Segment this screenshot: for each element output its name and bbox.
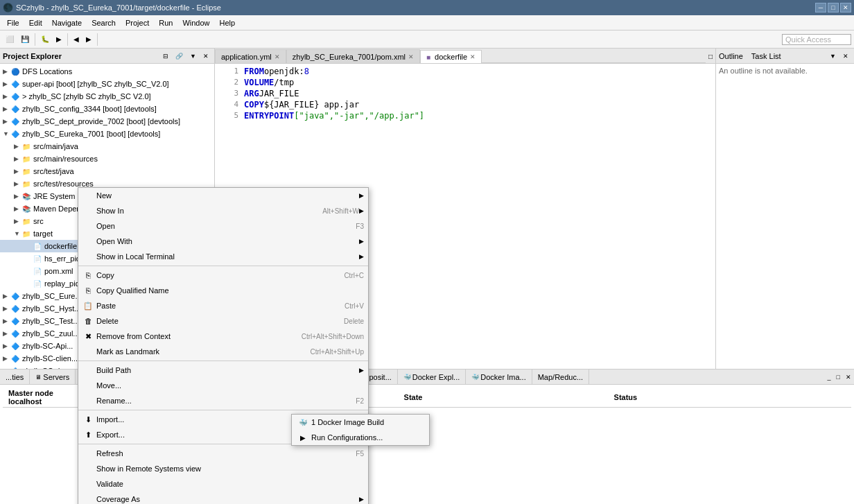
project-icon-9: 🔷 <box>10 328 21 339</box>
tree-item-src-test-java[interactable]: ▶ 📁 src/test/java <box>0 165 214 177</box>
rename-icon <box>82 395 94 406</box>
ctx-show-remote[interactable]: Show in Remote Systems view <box>78 461 368 476</box>
ctx-move[interactable]: Move... <box>78 378 368 393</box>
menu-project[interactable]: Project <box>121 17 153 28</box>
tree-item-super-api[interactable]: ▶ 🔷 super-api [boot] [zhylb_SC zhylb_SC_… <box>0 78 214 90</box>
toolbar-new-button[interactable]: ⬜ <box>3 33 17 46</box>
coverage-icon <box>82 494 94 504</box>
project-icon-4: 🔷 <box>10 116 21 127</box>
ctx-open-with[interactable]: Open With ▶ <box>78 234 368 249</box>
tab-servers[interactable]: 🖥Servers <box>30 370 76 385</box>
ctx-refresh[interactable]: Refresh F5 <box>78 446 368 461</box>
close-button[interactable]: ✕ <box>840 3 851 12</box>
show-in-icon <box>82 205 94 216</box>
outline-close-button[interactable]: ✕ <box>840 51 851 62</box>
tree-item-src-main-java[interactable]: ▶ 📁 src/main/java <box>0 140 214 153</box>
tree-item-dept[interactable]: ▶ 🔷 zhylb_SC_dept_provide_7002 [boot] [d… <box>0 115 214 128</box>
tab-pom-xml[interactable]: zhylb_SC_Eureka_7001/pom.xml ✕ <box>286 49 420 63</box>
quick-access-input[interactable]: Quick Access <box>782 34 851 45</box>
bottom-maximize-button[interactable]: □ <box>834 371 843 383</box>
project-icon-10: 🔷 <box>10 340 21 351</box>
ctx-new[interactable]: New ▶ <box>78 188 368 203</box>
explorer-toolbar: ⊟ 🔗 ▼ ✕ <box>160 51 211 62</box>
maximize-button[interactable]: □ <box>828 3 839 12</box>
menu-window[interactable]: Window <box>178 17 214 28</box>
outline-menu-button[interactable]: ▼ <box>827 51 839 62</box>
tab-label-3: dockerfile <box>435 53 467 61</box>
outline-header: Outline Task List ▼ ✕ <box>716 49 854 64</box>
tree-item-src-main-res[interactable]: ▶ 📁 src/main/resources <box>0 153 214 165</box>
tab-docker-explore[interactable]: 🐳Docker Expl... <box>398 370 466 385</box>
tab-close-2[interactable]: ✕ <box>408 53 414 60</box>
build-path-icon <box>82 365 94 376</box>
ctx-copy[interactable]: ⎘ Copy Ctrl+C <box>78 268 368 283</box>
bottom-minimize-button[interactable]: _ <box>825 371 834 383</box>
tab-close-1[interactable]: ✕ <box>274 53 280 60</box>
ctx-coverage-as[interactable]: Coverage As ▶ <box>78 492 368 504</box>
toolbar-save-button[interactable]: 💾 <box>18 33 32 46</box>
tab-dockerfile[interactable]: ■ dockerfile ✕ <box>420 50 482 64</box>
run-config-icon: ▶ <box>297 432 308 443</box>
folder-icon-5: 📁 <box>21 216 32 227</box>
toolbar-back-button[interactable]: ◀ <box>71 33 82 46</box>
title-bar-buttons[interactable]: ─ □ ✕ <box>815 3 851 12</box>
code-line-2: 2 VOLUME /tmp <box>218 78 713 89</box>
explorer-menu-button[interactable]: ▼ <box>187 51 199 62</box>
ctx-validate[interactable]: Validate <box>78 476 368 492</box>
code-line-4: 4 COPY ${JAR_FILE} app.jar <box>218 100 713 111</box>
explorer-collapse-button[interactable]: ⊟ <box>160 51 171 62</box>
tab-docker-image[interactable]: 🐳Docker Ima... <box>466 370 532 385</box>
window-title: SCzhylb - zhylb_SC_Eureka_7001/target/do… <box>16 3 221 12</box>
tab-close-3[interactable]: ✕ <box>470 53 476 60</box>
col-state: State <box>399 388 609 408</box>
menu-search[interactable]: Search <box>87 17 120 28</box>
folder-icon-1: 📁 <box>21 141 32 152</box>
menu-run[interactable]: Run <box>155 17 177 28</box>
tab-map-reduce[interactable]: Map/Reduc... <box>532 370 589 385</box>
toolbar-debug-button[interactable]: 🐛 <box>38 33 52 46</box>
folder-icon-3: 📁 <box>21 166 32 177</box>
menu-edit[interactable]: Edit <box>25 17 46 28</box>
tree-item-eureka[interactable]: ▼ 🔷 zhylb_SC_Eureka_7001 [boot] [devtool… <box>0 128 214 140</box>
project-icon-7: 🔷 <box>10 303 21 314</box>
dockerfile-tab-icon: ■ <box>426 53 430 61</box>
tree-item-config[interactable]: ▶ 🔷 zhylb_SC_config_3344 [boot] [devtool… <box>0 103 214 115</box>
tree-item-dfs[interactable]: ▶ 🔵 DFS Locations <box>0 65 214 78</box>
open-with-icon <box>82 236 94 247</box>
col-status: Status <box>609 388 851 408</box>
explorer-link-button[interactable]: 🔗 <box>173 51 186 62</box>
ctx-delete[interactable]: 🗑 Delete Delete <box>78 313 368 329</box>
validate-icon <box>82 478 94 489</box>
menu-navigate[interactable]: Navigate <box>48 17 86 28</box>
tab-properties[interactable]: ...ties <box>0 370 30 385</box>
project-icon-3: 🔷 <box>10 103 21 114</box>
bottom-close-button[interactable]: ✕ <box>843 371 854 383</box>
toolbar-forward-button[interactable]: ▶ <box>83 33 94 46</box>
move-icon <box>82 380 94 391</box>
ctx-copy-qualified[interactable]: ⎘ Copy Qualified Name <box>78 283 368 298</box>
ctx-rename[interactable]: Rename... F2 <box>78 393 368 408</box>
menu-help[interactable]: Help <box>216 17 240 28</box>
menu-file[interactable]: File <box>3 17 24 28</box>
title-bar-left: 🌑 SCzhylb - zhylb_SC_Eureka_7001/target/… <box>3 3 221 12</box>
editor-maximize-button[interactable]: □ <box>706 49 715 63</box>
ctx-show-terminal[interactable]: Show in Local Terminal ▶ <box>78 249 368 264</box>
context-menu: New ▶ Show In Alt+Shift+W ▶ Open F3 Open… <box>78 187 369 504</box>
explorer-close-button[interactable]: ✕ <box>200 51 211 62</box>
ctx-build-path[interactable]: Build Path ▶ <box>78 363 368 378</box>
toolbar-run-button[interactable]: ▶ <box>53 33 64 46</box>
ctx-remove-context[interactable]: ✖ Remove from Context Ctrl+Alt+Shift+Dow… <box>78 329 368 344</box>
submenu-docker-build[interactable]: 🐳 1 Docker Image Build <box>292 415 429 430</box>
ctx-show-in[interactable]: Show In Alt+Shift+W ▶ <box>78 203 368 218</box>
ctx-open[interactable]: Open F3 <box>78 218 368 234</box>
ctx-paste[interactable]: 📋 Paste Ctrl+V <box>78 298 368 313</box>
tab-label-1: application.yml <box>221 53 272 61</box>
tree-item-zhylb-sc[interactable]: ▶ 🔷 > zhylb_SC [zhylb SC zhylb_SC V2.0] <box>0 90 214 103</box>
run-as-submenu: 🐳 1 Docker Image Build ▶ Run Configurati… <box>291 414 430 446</box>
refresh-icon <box>82 448 94 459</box>
tab-application-yml[interactable]: application.yml ✕ <box>215 49 286 63</box>
minimize-button[interactable]: ─ <box>815 3 826 12</box>
ctx-landmark[interactable]: Mark as Landmark Ctrl+Alt+Shift+Up <box>78 344 368 359</box>
submenu-run-config[interactable]: ▶ Run Configurations... <box>292 430 429 445</box>
ctx-sep-2 <box>78 360 368 361</box>
